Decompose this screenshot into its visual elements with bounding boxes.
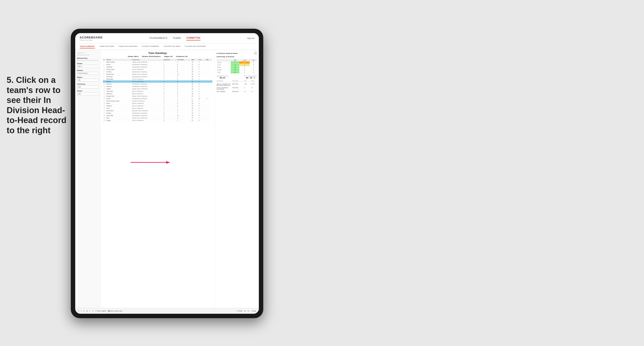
nav-teams[interactable]: TEAMS [173, 36, 181, 40]
layout-button[interactable]: ⊞ [244, 310, 246, 312]
cell-conf-rank: 7 [176, 119, 191, 122]
cell-reg-rank: 5 [163, 83, 176, 85]
view-original-button[interactable]: 👁 View: Original [95, 310, 106, 312]
table-row[interactable]: 6 Florida State Atlantic Coast Conferenc… [103, 73, 212, 76]
cell-reg-rank: 8 [163, 112, 176, 114]
table-row[interactable]: 20 Texas Big 12 Conference 3 7 20 0 [103, 107, 212, 110]
cell-tour: 3 [198, 102, 206, 105]
table-row[interactable]: 10 Alabama Southeastern Conference 5 8 2… [103, 83, 212, 85]
close-h2h-button[interactable]: ✕ [254, 52, 257, 55]
table-row[interactable]: 17 East Tennessee State Southern Confere… [103, 100, 212, 102]
standings-area: Team Standings Gender: Men's Division: N… [101, 50, 214, 310]
cell-rds: 23 [191, 83, 198, 85]
h2h-row[interactable]: Top 10 3 13 0 [216, 61, 257, 64]
t-type-3: Stroke Play [232, 91, 243, 92]
region-filter-value: All [170, 56, 172, 57]
table-row[interactable]: 7 Tennessee Southeastern Conference 4 6 … [103, 76, 212, 78]
sub-tab-team-h2h-heatmap[interactable]: TEAM H2H HEATMAP [118, 45, 138, 48]
h2h-loss: 3 [239, 69, 250, 71]
cell-num: 20 [103, 107, 106, 110]
copy-button[interactable]: ⧉ [86, 310, 88, 312]
h2h-win: 25 [231, 66, 239, 69]
table-row[interactable]: 14 Oklahoma Big 12 Conference 6 8 26 2 [103, 93, 212, 95]
nav-tournaments[interactable]: TOURNAMENTS [149, 36, 168, 40]
min-rounds-slider[interactable]: 4 [77, 60, 99, 61]
table-row[interactable]: 1 North Carolina Atlantic Coast Conferen… [103, 61, 212, 63]
cell-win [206, 61, 212, 63]
h2h-win: 11 [231, 64, 239, 66]
redo-button[interactable]: ↻ [84, 310, 85, 312]
region-select[interactable]: N/A [77, 79, 99, 82]
table-row[interactable]: 2 Auburn Southeastern Conference 1 9 27 … [103, 63, 212, 66]
table-row[interactable]: 11 Arkansas Southeastern Conference 6 8 … [103, 85, 212, 88]
h2h-team-name: University of Arizona [216, 56, 257, 58]
table-row[interactable]: 3 Vanderbilt Southeastern Conference 2 8… [103, 66, 212, 68]
h2h-col-tie: Tie [250, 59, 257, 61]
division-filter-value: NCAA Division I [149, 56, 161, 57]
cell-num: 1 [103, 61, 106, 63]
school-select[interactable]: (All) [77, 92, 99, 95]
table-row[interactable]: 22 Georgia Southeastern Conference 8 7 2… [103, 112, 212, 114]
division-select[interactable]: NCAA Division I [77, 72, 99, 75]
cell-conf: Southeastern Conference [132, 83, 163, 85]
conference-select[interactable]: (All) [77, 86, 99, 88]
cell-win [206, 80, 212, 83]
cell-rds: 24 [191, 105, 198, 107]
h2h-row[interactable]: 51-100 20 3 0 [216, 69, 257, 71]
h2h-row[interactable]: >100 27 0 0 [216, 71, 257, 74]
sub-tab-player-h2h-heatmap[interactable]: PLAYER H2H HEATMAP [185, 45, 206, 48]
cell-conf: Southeastern Conference [132, 112, 163, 114]
sub-tab-player-summary[interactable]: PLAYER SUMMARY [142, 45, 159, 48]
table-row[interactable]: 9 Arizona Pac-12 Conference 5 8 22 3 [103, 80, 212, 83]
cell-rds: 23 [191, 73, 198, 76]
table-row[interactable]: 21 New Mexico Mountain West Conference 1… [103, 110, 212, 112]
table-row[interactable]: 16 Florida Southeastern Conference 7 7 9… [103, 97, 212, 100]
nav-committee[interactable]: COMMITTEE [186, 36, 201, 40]
sub-tab-team-summary[interactable]: TEAM SUMMARY [80, 45, 95, 48]
share-button[interactable]: ↗ Share [251, 310, 256, 312]
slider-track[interactable] [78, 60, 99, 61]
step-back-button[interactable]: ⟨ [81, 310, 82, 312]
sign-out-button[interactable]: Sign out [247, 37, 254, 39]
save-custom-button[interactable]: 💾 Save Custom View [108, 310, 122, 312]
table-row[interactable]: 13 Texas Tech Big 12 Conference 1 9 27 2 [103, 90, 212, 93]
h2h-row[interactable]: 11-25 11 8 0 [216, 64, 257, 66]
watch-button[interactable]: 👁 Watch [236, 310, 242, 312]
add-button[interactable]: + [90, 310, 90, 312]
sub-tab-team-h2h-grid[interactable]: TEAM H2H GRID [100, 45, 114, 48]
cell-conf: Pac-12 Conference [132, 68, 163, 71]
h2h-header-row: Win Loss Tie [216, 59, 257, 61]
h2h-loss: 2 [239, 66, 250, 69]
cell-school: Georgia [106, 112, 132, 114]
clock-button[interactable]: ⏱ [92, 310, 94, 312]
sub-tab-player-h2h-grid[interactable]: PLAYER H2H GRID [164, 45, 180, 48]
table-row[interactable]: 24 Duke Atlantic Coast Conference 5 9 27… [103, 117, 212, 119]
h2h-row[interactable]: 26-50 25 2 1 [216, 66, 257, 69]
table-row[interactable]: 12 Virginia Atlantic Coast Conference 3 … [103, 88, 212, 90]
cell-conf: Southeastern Conference [132, 76, 163, 78]
cell-num: 22 [103, 112, 106, 114]
table-row[interactable]: 15 Georgia Tech Atlantic Coast Conferenc… [103, 95, 212, 97]
table-row[interactable]: 8 Washington Pac-12 Conference 2 8 23 1 [103, 78, 212, 80]
cell-num: 11 [103, 85, 106, 88]
toolbar: ↺ ⟨ ↻ ⧉ + ⏱ 👁 View: Original 💾 Save Cust… [75, 308, 259, 314]
gender-select[interactable]: Men's [77, 65, 99, 68]
h2h-table: Win Loss Tie Top 10 3 13 0 1 [216, 59, 257, 74]
opponents-value: 99.1% [216, 77, 228, 79]
table-row[interactable]: 5 Ole Miss Southeastern Conference 3 6 1… [103, 71, 212, 73]
table-row[interactable]: 4 Arizona State Pac-12 Conference 4 6 26… [103, 68, 212, 71]
table-row[interactable]: 19 California Pac-12 Conference 4 8 24 2 [103, 105, 212, 107]
col-conf-rank: Conf Rank [176, 59, 191, 61]
table-row[interactable]: 25 Oregon Pac-12 Conference 5 7 21 0 [103, 119, 212, 122]
logo-text: SCOREBOARD [80, 36, 103, 39]
cell-num: 2 [103, 63, 106, 66]
cell-school: California [106, 105, 132, 107]
device-frame: SCOREBOARD Powered by clippd TOURNAMENTS… [71, 29, 263, 318]
table-row[interactable]: 18 Illinois Big Ten Conference 1 9 23 3 [103, 102, 212, 105]
tournament-section: Tournament Event Type Pos Score Jackson … [216, 80, 257, 93]
undo-button[interactable]: ↺ [78, 310, 79, 312]
cell-tour: 1 [198, 117, 206, 119]
settings-button[interactable]: ⚙ [248, 310, 249, 312]
cell-num: 17 [103, 100, 106, 102]
table-row[interactable]: 23 Texas A&M Southeastern Conference 9 1… [103, 114, 212, 117]
